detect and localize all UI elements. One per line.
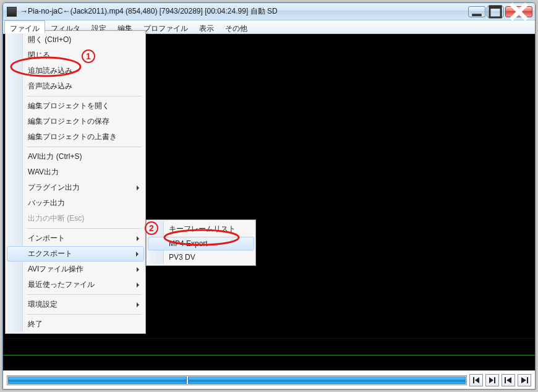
menu-project-save[interactable]: 編集プロジェクトの保存	[7, 114, 144, 129]
menu-separator	[27, 147, 142, 147]
seek-segment-b	[188, 377, 466, 384]
menu-close-file[interactable]: 閉じる	[7, 48, 144, 63]
submenu-arrow-icon	[137, 267, 139, 272]
menu-avi-ops-label: AVIファイル操作	[28, 265, 83, 273]
minimize-icon	[469, 4, 485, 20]
submenu-arrow-icon	[137, 236, 139, 241]
submenu-arrow-icon	[137, 302, 139, 307]
prev-frame-icon	[472, 376, 480, 385]
submenu-arrow-icon	[137, 185, 139, 190]
menu-separator	[27, 96, 142, 96]
menu-export-label: エクスポート	[28, 249, 72, 258]
menu-preferences[interactable]: 環境設定	[7, 297, 144, 312]
menu-plugin-output[interactable]: プラグイン出力	[7, 180, 144, 195]
window-title: →Pia-no-jaC←(Jack2011).mp4 (854,480) [79…	[20, 6, 467, 17]
close-button[interactable]	[505, 6, 532, 17]
svg-marker-8	[489, 377, 493, 383]
prev-frame-button[interactable]	[469, 374, 483, 386]
seek-segment-a	[8, 377, 187, 384]
timeline-marker-line	[3, 355, 535, 356]
menu-profile[interactable]: プロファイル	[138, 20, 194, 33]
menu-plugin-output-label: プラグイン出力	[28, 183, 80, 192]
menu-project-open[interactable]: 編集プロジェクトを開く	[7, 98, 144, 114]
app-icon	[7, 7, 17, 17]
menu-exit[interactable]: 終了	[7, 317, 144, 332]
goto-start-button[interactable]	[502, 374, 515, 386]
menu-separator	[27, 314, 142, 315]
menu-open[interactable]: 開く (Ctrl+O)	[7, 32, 144, 48]
maximize-button[interactable]	[487, 6, 504, 17]
menu-export[interactable]: エクスポート	[7, 246, 144, 262]
submenu-pv3-dv[interactable]: PV3 DV	[148, 250, 254, 264]
submenu-mp4-export[interactable]: MP4 Export	[148, 237, 254, 250]
svg-marker-6	[475, 377, 479, 383]
titlebar: →Pia-no-jaC←(Jack2011).mp4 (854,480) [79…	[3, 3, 535, 20]
menu-recent-label: 最近使ったファイル	[28, 280, 95, 289]
goto-end-button[interactable]	[518, 374, 531, 386]
svg-marker-12	[521, 377, 526, 383]
menu-separator	[27, 294, 142, 295]
export-submenu: キーフレームリスト MP4 Export PV3 DV	[146, 219, 256, 266]
menu-audio-load[interactable]: 音声読み込み	[7, 79, 144, 94]
svg-marker-10	[506, 377, 511, 383]
menu-avi-file-ops[interactable]: AVIファイル操作	[7, 262, 144, 277]
menu-recent-files[interactable]: 最近使ったファイル	[7, 277, 144, 292]
file-menu: 開く (Ctrl+O) 閉じる 追加読み込み 音声読み込み 編集プロジェクトを開…	[5, 30, 146, 334]
menu-append-load[interactable]: 追加読み込み	[7, 63, 144, 79]
menu-import[interactable]: インポート	[7, 231, 144, 246]
menu-wav-output[interactable]: WAV出力	[7, 164, 144, 180]
goto-end-icon	[520, 376, 529, 385]
timeline[interactable]	[3, 338, 535, 370]
maximize-icon	[487, 4, 503, 20]
menu-separator	[27, 228, 142, 229]
submenu-arrow-icon	[136, 252, 139, 257]
menu-batch-output[interactable]: バッチ出力	[7, 195, 144, 211]
bottom-bar	[3, 370, 535, 389]
menu-avi-output[interactable]: AVI出力 (Ctrl+S)	[7, 149, 144, 164]
next-frame-button[interactable]	[485, 374, 499, 386]
goto-start-icon	[504, 376, 513, 385]
menu-view[interactable]: 表示	[194, 20, 220, 33]
menu-file[interactable]: ファイル	[4, 20, 45, 33]
submenu-keyframe-list[interactable]: キーフレームリスト	[148, 221, 254, 237]
window-buttons	[467, 6, 532, 17]
submenu-arrow-icon	[137, 283, 139, 288]
seek-track[interactable]	[7, 375, 467, 385]
next-frame-icon	[488, 376, 497, 385]
menu-import-label: インポート	[28, 234, 65, 242]
menu-other[interactable]: その他	[220, 20, 253, 33]
menu-abort-output: 出力の中断 (Esc)	[7, 211, 144, 226]
menu-preferences-label: 環境設定	[28, 300, 58, 309]
minimize-button[interactable]	[468, 6, 485, 17]
menu-project-overwrite[interactable]: 編集プロジェクトの上書き	[7, 129, 144, 145]
